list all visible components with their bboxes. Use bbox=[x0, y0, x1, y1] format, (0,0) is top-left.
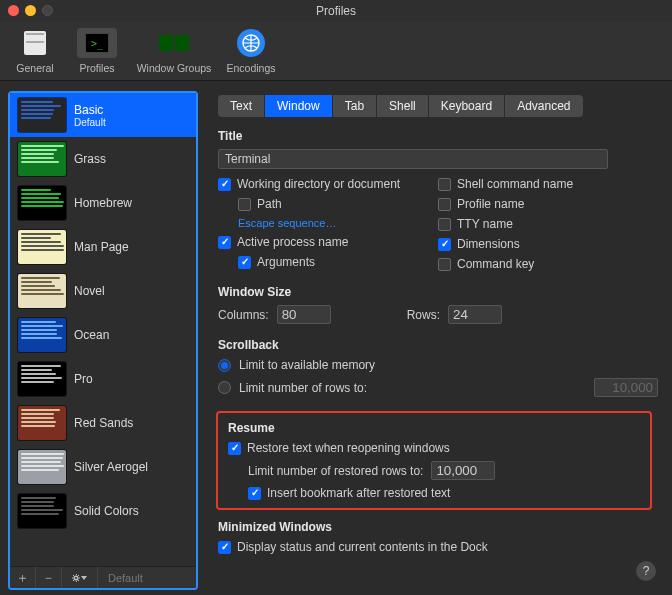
minimized-section: Minimized Windows Display status and cur… bbox=[218, 520, 658, 554]
profile-name: Ocean bbox=[74, 328, 109, 342]
profile-name: Basic bbox=[74, 103, 106, 117]
chk-label: Working directory or document bbox=[237, 177, 400, 191]
chk-display-status[interactable]: Display status and current contents in t… bbox=[218, 540, 658, 554]
chk-dimensions[interactable]: Dimensions bbox=[438, 237, 658, 251]
profile-thumb bbox=[18, 186, 66, 220]
profile-row-novel[interactable]: Novel bbox=[10, 269, 196, 313]
remove-button[interactable]: － bbox=[36, 567, 62, 588]
chk-active-process[interactable]: Active process name bbox=[218, 235, 438, 249]
minimized-heading: Minimized Windows bbox=[218, 520, 658, 534]
toolbar-encodings[interactable]: Encodings bbox=[222, 26, 280, 74]
general-icon bbox=[24, 31, 46, 55]
titlebar: Profiles bbox=[0, 0, 672, 22]
scrollback-rows-field[interactable] bbox=[594, 378, 658, 397]
profile-thumb bbox=[18, 450, 66, 484]
chk-arguments[interactable]: Arguments bbox=[238, 255, 438, 269]
profile-row-ocean[interactable]: Ocean bbox=[10, 313, 196, 357]
tab-shell[interactable]: Shell bbox=[377, 95, 429, 117]
window-groups-icon bbox=[159, 35, 189, 51]
close-icon[interactable] bbox=[8, 5, 19, 16]
profile-row-silver-aerogel[interactable]: Silver Aerogel bbox=[10, 445, 196, 489]
chk-working-directory[interactable]: Working directory or document bbox=[218, 177, 438, 191]
help-button[interactable]: ? bbox=[636, 561, 656, 581]
window-size-heading: Window Size bbox=[218, 285, 658, 299]
profile-thumb bbox=[18, 142, 66, 176]
chk-label: Shell command name bbox=[457, 177, 573, 191]
profile-row-man-page[interactable]: Man Page bbox=[10, 225, 196, 269]
tab-advanced[interactable]: Advanced bbox=[505, 95, 582, 117]
action-menu[interactable] bbox=[62, 567, 98, 588]
toolbar-profiles[interactable]: Profiles bbox=[68, 26, 126, 74]
profiles-sidebar: BasicDefaultGrassHomebrewMan PageNovelOc… bbox=[8, 91, 198, 590]
toolbar-window-groups-label: Window Groups bbox=[137, 62, 212, 74]
columns-field[interactable] bbox=[277, 305, 331, 324]
radio-label: Limit to available memory bbox=[239, 358, 375, 372]
chk-tty-name[interactable]: TTY name bbox=[438, 217, 658, 231]
rows-field[interactable] bbox=[448, 305, 502, 324]
chk-shell-command[interactable]: Shell command name bbox=[438, 177, 658, 191]
profile-name: Homebrew bbox=[74, 196, 132, 210]
profile-thumb bbox=[18, 494, 66, 528]
chk-label: Insert bookmark after restored text bbox=[267, 486, 450, 500]
title-field[interactable] bbox=[218, 149, 608, 169]
profile-name: Solid Colors bbox=[74, 504, 139, 518]
chk-path[interactable]: Path bbox=[238, 197, 438, 211]
profile-row-solid-colors[interactable]: Solid Colors bbox=[10, 489, 196, 533]
chk-label: Command key bbox=[457, 257, 534, 271]
chk-command-key[interactable]: Command key bbox=[438, 257, 658, 271]
chk-profile-name[interactable]: Profile name bbox=[438, 197, 658, 211]
title-heading: Title bbox=[218, 129, 658, 143]
tab-keyboard[interactable]: Keyboard bbox=[429, 95, 505, 117]
toolbar-encodings-label: Encodings bbox=[226, 62, 275, 74]
window-title: Profiles bbox=[316, 4, 356, 18]
profile-name: Red Sands bbox=[74, 416, 133, 430]
chk-label: TTY name bbox=[457, 217, 513, 231]
radio-limit-memory[interactable] bbox=[218, 359, 231, 372]
chk-label: Path bbox=[257, 197, 282, 211]
chk-label: Dimensions bbox=[457, 237, 520, 251]
rows-label: Rows: bbox=[407, 308, 440, 322]
scrollback-heading: Scrollback bbox=[218, 338, 658, 352]
chk-insert-bookmark[interactable]: Insert bookmark after restored text bbox=[248, 486, 640, 500]
radio-label: Limit number of rows to: bbox=[239, 381, 367, 395]
default-button[interactable]: Default bbox=[98, 567, 153, 588]
resume-section-highlight: Resume Restore text when reopening windo… bbox=[216, 411, 652, 510]
profile-icon bbox=[85, 33, 109, 53]
chk-label: Display status and current contents in t… bbox=[237, 540, 488, 554]
profile-row-red-sands[interactable]: Red Sands bbox=[10, 401, 196, 445]
profile-name: Man Page bbox=[74, 240, 129, 254]
resume-rows-field[interactable] bbox=[431, 461, 495, 480]
profile-row-pro[interactable]: Pro bbox=[10, 357, 196, 401]
profile-name: Silver Aerogel bbox=[74, 460, 148, 474]
add-button[interactable]: ＋ bbox=[10, 567, 36, 588]
profile-thumb bbox=[18, 318, 66, 352]
escape-sequence-link[interactable]: Escape sequence… bbox=[238, 217, 438, 229]
tab-window[interactable]: Window bbox=[265, 95, 333, 117]
profile-thumb bbox=[18, 362, 66, 396]
tab-text[interactable]: Text bbox=[218, 95, 265, 117]
profile-row-grass[interactable]: Grass bbox=[10, 137, 196, 181]
profile-name: Grass bbox=[74, 152, 106, 166]
main-panel: Text Window Tab Shell Keyboard Advanced … bbox=[206, 81, 672, 595]
tab-tab[interactable]: Tab bbox=[333, 95, 377, 117]
columns-label: Columns: bbox=[218, 308, 269, 322]
profile-name: Pro bbox=[74, 372, 93, 386]
minimize-icon[interactable] bbox=[25, 5, 36, 16]
profile-thumb bbox=[18, 98, 66, 132]
sidebar-footer: ＋ － Default bbox=[10, 566, 196, 588]
scrollback-section: Scrollback Limit to available memory Lim… bbox=[218, 338, 658, 397]
resume-heading: Resume bbox=[228, 421, 640, 435]
profiles-list[interactable]: BasicDefaultGrassHomebrewMan PageNovelOc… bbox=[10, 93, 196, 566]
toolbar-window-groups[interactable]: Window Groups bbox=[130, 26, 218, 74]
title-section: Title Working directory or document Path… bbox=[218, 129, 658, 271]
radio-limit-rows[interactable] bbox=[218, 381, 231, 394]
zoom-icon[interactable] bbox=[42, 5, 53, 16]
toolbar-general[interactable]: General bbox=[6, 26, 64, 74]
profile-thumb bbox=[18, 274, 66, 308]
globe-icon bbox=[237, 29, 265, 57]
chk-label: Arguments bbox=[257, 255, 315, 269]
profile-row-basic[interactable]: BasicDefault bbox=[10, 93, 196, 137]
chk-restore-text[interactable]: Restore text when reopening windows bbox=[228, 441, 640, 455]
profile-row-homebrew[interactable]: Homebrew bbox=[10, 181, 196, 225]
window-controls bbox=[8, 5, 53, 16]
